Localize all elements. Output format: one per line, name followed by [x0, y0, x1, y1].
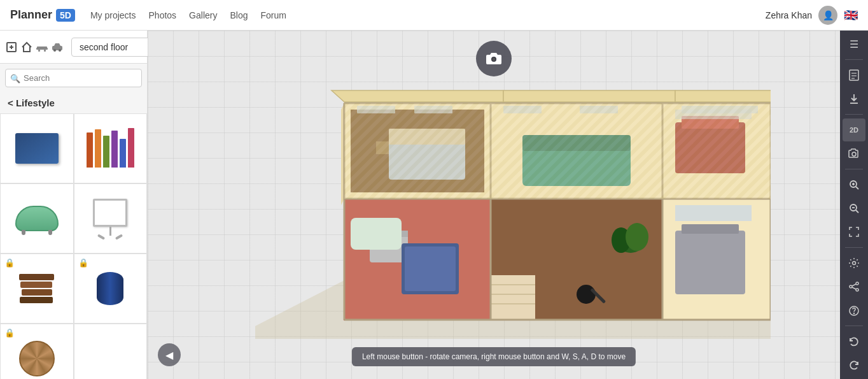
redo-button[interactable]	[843, 354, 865, 376]
list-item[interactable]	[74, 183, 148, 254]
item-image	[11, 126, 62, 171]
logo-text: Planner	[10, 8, 52, 22]
list-item[interactable]	[0, 183, 74, 254]
svg-marker-55	[675, 90, 771, 102]
svg-line-74	[856, 187, 858, 189]
svg-marker-53	[332, 90, 503, 102]
nav-right: Zehra Khan 👤 🇬🇧	[766, 6, 858, 25]
hint-tooltip: Left mouse button - rotate camera, right…	[352, 347, 636, 366]
svg-marker-63	[344, 103, 491, 199]
right-sidebar: ☰ 2D	[840, 31, 868, 379]
avatar[interactable]: 👤	[818, 6, 837, 25]
svg-point-35	[626, 223, 648, 251]
logo-badge: 5D	[56, 9, 75, 22]
nav-my-projects[interactable]: My projects	[90, 10, 136, 20]
svg-point-8	[59, 49, 61, 52]
svg-point-81	[856, 282, 858, 285]
left-sidebar: first floor second floor third floor ▼ 🔍…	[0, 31, 148, 379]
settings-button[interactable]	[843, 252, 865, 274]
svg-point-80	[853, 261, 856, 264]
2d-label: 2D	[850, 126, 858, 134]
home-button[interactable]	[20, 36, 33, 59]
furniture-button[interactable]	[36, 36, 48, 59]
back-button[interactable]: ◀	[158, 343, 181, 366]
svg-point-7	[53, 49, 56, 52]
items-grid: 🔒 🔒 🔒	[0, 113, 147, 379]
item-image	[11, 196, 62, 241]
undo-button[interactable]	[843, 330, 865, 352]
list-item[interactable]	[74, 113, 148, 183]
center-view[interactable]: ◀ Left mouse button - rotate camera, rig…	[148, 31, 840, 379]
toolbar-row: first floor second floor third floor ▼	[0, 31, 147, 64]
svg-line-85	[852, 287, 856, 289]
svg-rect-2	[38, 50, 40, 52]
new-project-button[interactable]	[5, 36, 18, 59]
list-item[interactable]: 🔒	[0, 254, 74, 324]
nav-photos[interactable]: Photos	[149, 10, 177, 20]
svg-rect-1	[37, 46, 47, 50]
search-input-wrap: 🔍	[5, 69, 142, 87]
lock-icon: 🔒	[4, 328, 15, 338]
svg-point-82	[850, 285, 852, 288]
download-button[interactable]	[843, 88, 865, 110]
item-image	[11, 336, 62, 379]
help-button[interactable]	[843, 299, 865, 322]
svg-rect-40	[682, 224, 739, 234]
share-button[interactable]	[843, 275, 865, 297]
list-item[interactable]: 🔒	[0, 324, 74, 379]
item-image	[85, 266, 136, 311]
svg-rect-41	[675, 205, 752, 221]
svg-line-84	[852, 284, 856, 286]
svg-line-78	[856, 210, 858, 213]
floor-plan	[179, 62, 808, 341]
lock-icon: 🔒	[78, 258, 88, 268]
files-button[interactable]	[843, 64, 865, 86]
item-image	[11, 266, 62, 311]
flag-icon[interactable]: 🇬🇧	[844, 8, 858, 22]
zoom-in-button[interactable]	[843, 173, 865, 196]
svg-rect-4	[36, 48, 38, 50]
list-item[interactable]: 🔒	[74, 254, 148, 324]
nav-gallery[interactable]: Gallery	[189, 10, 217, 20]
item-image	[85, 126, 136, 171]
main-layout: first floor second floor third floor ▼ 🔍…	[0, 31, 868, 379]
2d-view-button[interactable]: 2D	[843, 118, 865, 141]
svg-point-72	[852, 152, 856, 156]
svg-rect-39	[675, 231, 745, 294]
svg-point-10	[493, 58, 496, 61]
right-divider-4	[845, 247, 863, 248]
zoom-out-button[interactable]	[843, 197, 865, 219]
svg-marker-65	[662, 103, 771, 199]
menu-button[interactable]: ☰	[843, 33, 865, 55]
list-item[interactable]	[0, 113, 74, 183]
nav-forum[interactable]: Forum	[261, 10, 286, 20]
category-header[interactable]: < Lifestyle	[0, 92, 147, 113]
search-row: 🔍	[0, 64, 147, 92]
right-divider-3	[845, 169, 863, 169]
svg-rect-5	[46, 48, 48, 50]
screenshot-button[interactable]	[843, 143, 865, 165]
svg-rect-31	[405, 247, 456, 291]
list-item[interactable]	[74, 324, 148, 379]
right-divider-2	[845, 114, 863, 115]
lock-icon: 🔒	[4, 258, 15, 268]
svg-marker-54	[503, 90, 675, 102]
user-name: Zehra Khan	[766, 10, 812, 20]
search-input[interactable]	[5, 69, 142, 87]
right-divider-5	[845, 325, 863, 326]
fullscreen-button[interactable]	[843, 221, 865, 243]
svg-marker-64	[491, 103, 662, 199]
nav-blog[interactable]: Blog	[230, 10, 248, 20]
hint-text: Left mouse button - rotate camera, right…	[362, 352, 626, 361]
svg-point-36	[577, 285, 596, 304]
svg-rect-29	[351, 218, 402, 250]
logo[interactable]: Planner 5D	[10, 8, 75, 22]
right-divider-1	[845, 59, 863, 60]
svg-point-87	[854, 313, 855, 313]
car-button[interactable]	[51, 36, 64, 59]
item-image	[85, 196, 136, 241]
svg-rect-3	[44, 50, 46, 52]
nav-links: My projects Photos Gallery Blog Forum	[90, 10, 286, 20]
camera-button[interactable]	[476, 41, 512, 76]
search-icon: 🔍	[10, 73, 20, 83]
